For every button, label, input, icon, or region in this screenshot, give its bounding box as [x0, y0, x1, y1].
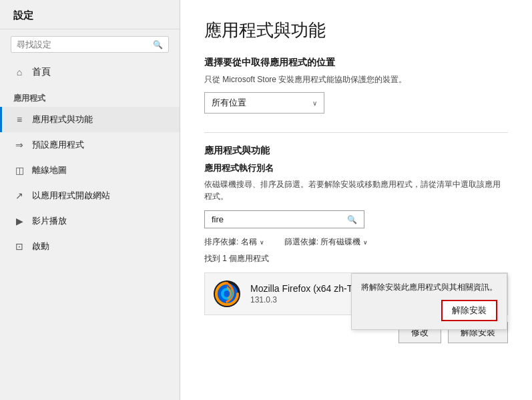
sidebar-item-label: 離線地圖 [32, 164, 67, 176]
dropdown-row: 所有位置 ∨ [204, 92, 508, 114]
sidebar: 設定 🔍 ⌂ 首頁 應用程式 ≡ 應用程式與功能 ⇒ 預設應用程式 ◫ 離線地圖… [0, 0, 180, 400]
sort-arrow-icon: ∨ [260, 239, 264, 246]
chevron-down-icon: ∨ [312, 99, 317, 107]
sidebar-item-apps-features[interactable]: ≡ 應用程式與功能 [0, 107, 180, 132]
sidebar-item-label: 啟動 [32, 240, 49, 252]
search-icon: 🔍 [347, 215, 357, 224]
choose-desc: 只從 Microsoft Store 安裝應用程式能協助保護您的裝置。 [204, 74, 508, 85]
sidebar-section-label: 應用程式 [0, 85, 180, 107]
startup-icon: ⊡ [13, 241, 25, 252]
firefox-icon [213, 280, 241, 308]
offline-maps-icon: ◫ [13, 165, 25, 176]
apps-alias-title: 應用程式執行別名 [204, 162, 508, 174]
divider [204, 132, 508, 133]
sidebar-item-offline-maps[interactable]: ◫ 離線地圖 [0, 158, 180, 183]
sidebar-home-label: 首頁 [32, 66, 51, 78]
main-content: 應用程式與功能 選擇要從中取得應用程式的位置 只從 Microsoft Stor… [180, 0, 532, 400]
default-apps-icon: ⇒ [13, 140, 25, 150]
video-icon: ▶ [13, 216, 25, 226]
app-search-input[interactable] [212, 214, 347, 224]
sidebar-item-default-apps[interactable]: ⇒ 預設應用程式 [0, 132, 180, 158]
result-count: 找到 1 個應用程式 [204, 253, 508, 264]
filter-arrow-icon: ∨ [363, 239, 368, 246]
app-search-box[interactable]: 🔍 [204, 210, 364, 228]
apps-features-icon: ≡ [13, 114, 25, 125]
filter-label[interactable]: 篩選依據: 所有磁碟機 ∨ [284, 236, 368, 248]
choose-title: 選擇要從中取得應用程式的位置 [204, 57, 508, 69]
sidebar-item-startup[interactable]: ⊡ 啟動 [0, 234, 180, 259]
location-dropdown[interactable]: 所有位置 ∨ [204, 92, 324, 114]
sidebar-search-box[interactable]: 🔍 [11, 36, 169, 53]
sidebar-item-label: 以應用程式開啟網站 [32, 190, 110, 202]
sidebar-item-label: 應用程式與功能 [32, 114, 93, 126]
sidebar-item-open-with[interactable]: ↗ 以應用程式開啟網站 [0, 183, 180, 208]
home-icon: ⌂ [13, 67, 25, 77]
app-list-item[interactable]: Mozilla Firefox (x64 zh-TW) 131.0.3 將解除安… [204, 272, 508, 315]
sidebar-item-video[interactable]: ▶ 影片播放 [0, 208, 180, 234]
sidebar-search-input[interactable] [17, 39, 153, 49]
tooltip-text: 將解除安裝此應用程式與其相關資訊。 [361, 282, 497, 293]
tooltip-uninstall-button[interactable]: 解除安裝 [441, 300, 497, 321]
uninstall-tooltip: 將解除安裝此應用程式與其相關資訊。 解除安裝 [351, 273, 507, 330]
page-title: 應用程式與功能 [204, 19, 508, 42]
sidebar-item-label: 預設應用程式 [32, 139, 84, 151]
sort-label[interactable]: 排序依據: 名稱 ∨ [204, 236, 264, 248]
dropdown-value: 所有位置 [212, 97, 246, 109]
apps-desc: 依磁碟機搜尋、排序及篩選。若要解除安裝或移動應用程式，請從清單中選取該應用程式。 [204, 178, 508, 202]
sidebar-item-label: 影片播放 [32, 215, 67, 227]
sidebar-title: 設定 [0, 0, 180, 29]
open-with-icon: ↗ [13, 190, 25, 201]
filter-row: 排序依據: 名稱 ∨ 篩選依據: 所有磁碟機 ∨ [204, 236, 508, 248]
search-icon: 🔍 [153, 40, 163, 49]
apps-features-title: 應用程式與功能 [204, 145, 508, 157]
sidebar-item-home[interactable]: ⌂ 首頁 [0, 59, 180, 85]
